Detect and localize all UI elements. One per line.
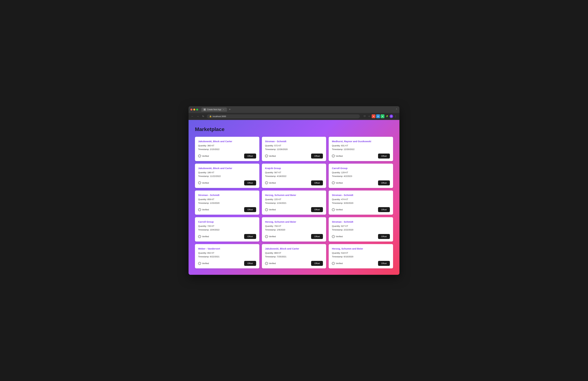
- verified-badge: ✓ Verified: [198, 235, 209, 238]
- card-footer: ✓ Verified Offset: [198, 261, 256, 266]
- offset-button[interactable]: Offset: [244, 234, 256, 239]
- address-bar: ← → ↻ 🔒 localhost:3000 🛡 ☆ ● ● ● 🧩 A ⋮: [189, 113, 399, 120]
- maximize-window-button[interactable]: [196, 109, 198, 111]
- card-title: Stroman - Schmidt: [332, 220, 390, 223]
- card-title: Medhurst, Raynor and Gusikowski: [332, 140, 390, 143]
- verified-icon: ✓: [265, 155, 268, 157]
- verified-icon: ✓: [265, 208, 268, 211]
- verified-icon: ✓: [265, 262, 268, 265]
- verified-label: Verified: [336, 262, 343, 265]
- back-button[interactable]: ←: [190, 114, 194, 118]
- card-info: Quantity: 186 KTTimestamp: 11/22/2022: [198, 171, 256, 178]
- new-tab-button[interactable]: +: [228, 107, 232, 112]
- page-title: Marketplace: [195, 126, 393, 132]
- ext-puzzle[interactable]: 🧩: [385, 114, 389, 118]
- ext-shield[interactable]: 🛡: [363, 114, 367, 118]
- ext-2[interactable]: ●: [376, 114, 380, 118]
- verified-badge: ✓ Verified: [332, 208, 343, 211]
- verified-badge: ✓ Verified: [265, 181, 276, 184]
- card-info: Quantity: 518 KTTimestamp: 6/10/2020: [332, 251, 390, 259]
- card-footer: ✓ Verified Offset: [198, 154, 256, 158]
- window-controls: ⌃: [396, 108, 398, 111]
- card-info: Quantity: 859 KTTimestamp: 1/23/2020: [198, 198, 256, 205]
- ext-star[interactable]: ☆: [367, 114, 371, 118]
- verified-label: Verified: [269, 182, 276, 184]
- card-14: Jakubowski, Block and Carter Quantity: 8…: [262, 244, 326, 269]
- content-area: Marketplace Jakubowski, Block and Carter…: [189, 120, 399, 275]
- verified-label: Verified: [202, 182, 209, 184]
- offset-button[interactable]: Offset: [378, 180, 390, 185]
- offset-button[interactable]: Offset: [311, 154, 323, 158]
- card-info: Quantity: 572 KTTimestamp: 12/26/2020: [265, 144, 323, 151]
- offset-button[interactable]: Offset: [244, 207, 256, 212]
- close-window-button[interactable]: [190, 109, 192, 111]
- card-3: Medhurst, Raynor and Gusikowski Quantity…: [329, 137, 393, 161]
- verified-icon: ✓: [198, 208, 201, 211]
- offset-button[interactable]: Offset: [244, 154, 256, 158]
- card-info: Quantity: 129 KTTimestamp: 4/2/2023: [332, 171, 390, 178]
- traffic-lights: [190, 109, 198, 111]
- profile-icon[interactable]: A: [390, 114, 393, 118]
- verified-label: Verified: [269, 208, 276, 211]
- verified-badge: ✓ Verified: [332, 235, 343, 238]
- card-info: Quantity: 869 KTTimestamp: 7/25/2021: [265, 251, 323, 259]
- offset-button[interactable]: Offset: [311, 180, 323, 185]
- active-tab[interactable]: N Create Next App ×: [201, 108, 227, 112]
- offset-button[interactable]: Offset: [244, 180, 256, 185]
- card-footer: ✓ Verified Offset: [332, 180, 390, 185]
- card-title: Herzog, Schumm and Beier: [265, 194, 323, 196]
- offset-button[interactable]: Offset: [311, 207, 323, 212]
- card-4: Jakubowski, Block and Carter Quantity: 1…: [195, 164, 259, 188]
- card-info: Quantity: 474 KTTimestamp: 3/20/2020: [332, 198, 390, 205]
- offset-button[interactable]: Offset: [244, 261, 256, 266]
- card-info: Quantity: 225 KTTimestamp: 1/24/2021: [265, 198, 323, 205]
- verified-label: Verified: [269, 235, 276, 238]
- offset-button[interactable]: Offset: [378, 207, 390, 212]
- verified-icon: ✓: [332, 262, 335, 265]
- card-footer: ✓ Verified Offset: [332, 261, 390, 266]
- forward-button[interactable]: →: [196, 114, 200, 118]
- verified-badge: ✓ Verified: [332, 155, 343, 157]
- card-footer: ✓ Verified Offset: [265, 180, 323, 185]
- card-5: Krajcik Group Quantity: 567 KTTimestamp:…: [262, 164, 326, 188]
- card-info: Quantity: 627 KTTimestamp: 2/22/2020: [332, 224, 390, 232]
- browser-window: N Create Next App × + ⌃ ← → ↻ 🔒 localhos…: [189, 106, 399, 275]
- card-footer: ✓ Verified Offset: [198, 207, 256, 212]
- card-11: Herzog, Schumm and Beier Quantity: 793 K…: [262, 217, 326, 242]
- card-title: Jakubowski, Block and Carter: [198, 140, 256, 143]
- verified-badge: ✓ Verified: [332, 262, 343, 265]
- card-footer: ✓ Verified Offset: [198, 234, 256, 239]
- verified-label: Verified: [202, 262, 209, 265]
- address-bar-input[interactable]: 🔒 localhost:3000: [207, 114, 360, 118]
- verified-label: Verified: [336, 208, 343, 211]
- card-title: Carroll Group: [198, 220, 256, 223]
- card-info: Quantity: 360 KTTimestamp: 2/15/2022: [198, 144, 256, 151]
- verified-label: Verified: [336, 182, 343, 184]
- card-footer: ✓ Verified Offset: [265, 154, 323, 158]
- marketplace-grid: Jakubowski, Block and Carter Quantity: 3…: [195, 137, 393, 269]
- verified-badge: ✓ Verified: [198, 181, 209, 184]
- minimize-window-button[interactable]: [193, 109, 195, 111]
- menu-button[interactable]: ⋮: [394, 114, 398, 118]
- ext-1[interactable]: ●: [372, 114, 376, 118]
- verified-label: Verified: [202, 208, 209, 211]
- card-footer: ✓ Verified Offset: [198, 180, 256, 185]
- verified-label: Verified: [269, 155, 276, 157]
- card-10: Carroll Group Quantity: 720 KTTimestamp:…: [195, 217, 259, 242]
- offset-button[interactable]: Offset: [311, 234, 323, 239]
- card-title: Krajcik Group: [265, 167, 323, 170]
- card-title: Stroman - Schmidt: [265, 140, 323, 143]
- tab-close-button[interactable]: ×: [222, 109, 225, 111]
- offset-button[interactable]: Offset: [378, 261, 390, 266]
- verified-label: Verified: [202, 155, 209, 157]
- offset-button[interactable]: Offset: [378, 234, 390, 239]
- verified-label: Verified: [336, 235, 343, 238]
- reload-button[interactable]: ↻: [201, 114, 205, 118]
- tab-title: Create Next App: [207, 109, 221, 111]
- verified-badge: ✓ Verified: [332, 181, 343, 184]
- ext-3[interactable]: ●: [381, 114, 384, 118]
- verified-icon: ✓: [332, 155, 335, 157]
- card-info: Quantity: 831 KTTimestamp: 12/20/2022: [332, 144, 390, 151]
- offset-button[interactable]: Offset: [311, 261, 323, 266]
- offset-button[interactable]: Offset: [378, 154, 390, 158]
